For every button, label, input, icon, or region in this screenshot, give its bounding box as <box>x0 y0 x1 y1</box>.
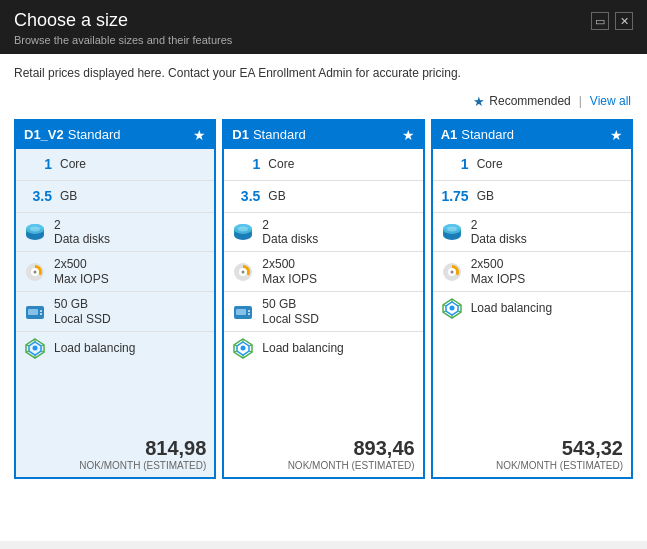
spec-row-gb: 1.75 GB <box>433 181 631 213</box>
svg-rect-30 <box>236 309 246 315</box>
view-all-link[interactable]: View all <box>590 94 631 108</box>
lb-label: Load balancing <box>262 341 343 355</box>
spec-row-core: 1 Core <box>16 149 214 181</box>
lb-icon <box>232 337 254 359</box>
svg-rect-32 <box>248 313 250 315</box>
card-name-prefix: A1 <box>441 127 458 142</box>
card-title: D1 Standard <box>232 127 305 142</box>
cards-container: D1_V2 Standard ★ 1 Core 3.5 GB 2 Data di… <box>14 119 633 479</box>
card-header: D1 Standard ★ <box>224 121 422 149</box>
gauge-icon <box>441 261 463 283</box>
svg-rect-10 <box>40 310 42 312</box>
card-header: A1 Standard ★ <box>433 121 631 149</box>
iops-count: 2x500 <box>471 257 526 271</box>
recommended-label: ★ Recommended <box>473 94 570 109</box>
price-unit: NOK/MONTH (ESTIMATED) <box>24 460 206 471</box>
iops-count: 2x500 <box>54 257 109 271</box>
svg-rect-9 <box>28 309 38 315</box>
iops-label: Max IOPS <box>54 272 109 286</box>
title-bar: Choose a size Browse the available sizes… <box>0 0 647 54</box>
card-name-variant: Standard <box>461 127 514 142</box>
window-maximize-button[interactable]: ▭ <box>591 12 609 30</box>
svg-point-35 <box>241 345 246 350</box>
card-specs: 1 Core 1.75 GB 2 Data disks 2x500 Max IO… <box>433 149 631 429</box>
disk-icon <box>232 221 254 243</box>
spec-row-ssd: 50 GB Local SSD <box>16 292 214 332</box>
spec-row-disks: 2 Data disks <box>224 213 422 253</box>
separator: | <box>579 94 582 108</box>
card-a1[interactable]: A1 Standard ★ 1 Core 1.75 GB 2 Data disk… <box>431 119 633 479</box>
ssd-icon <box>24 301 46 323</box>
spec-row-disks: 2 Data disks <box>16 213 214 253</box>
retail-notice: Retail prices displayed here. Contact yo… <box>14 66 633 80</box>
card-specs: 1 Core 3.5 GB 2 Data disks 2x500 Max IOP… <box>224 149 422 429</box>
card-d1[interactable]: D1 Standard ★ 1 Core 3.5 GB 2 Data disks… <box>222 119 424 479</box>
recommended-row: ★ Recommended | View all <box>14 94 633 109</box>
spec-row-lb: Load balancing <box>433 292 631 324</box>
price-unit: NOK/MONTH (ESTIMATED) <box>441 460 623 471</box>
gauge-icon <box>232 261 254 283</box>
card-price: 893,46 NOK/MONTH (ESTIMATED) <box>224 429 422 477</box>
price-amount: 543,32 <box>441 437 623 460</box>
gauge-icon <box>24 261 46 283</box>
spec-row-gb: 3.5 GB <box>16 181 214 213</box>
card-star-icon: ★ <box>402 127 415 143</box>
gb-count: 1.75 <box>441 188 469 204</box>
svg-point-25 <box>238 226 248 231</box>
core-label: Core <box>268 157 294 171</box>
ssd-label: Local SSD <box>262 312 319 326</box>
spec-row-core: 1 Core <box>433 149 631 181</box>
spec-row-lb: Load balancing <box>224 332 422 364</box>
card-d1v2[interactable]: D1_V2 Standard ★ 1 Core 3.5 GB 2 Data di… <box>14 119 216 479</box>
disk-label: Data disks <box>262 232 318 246</box>
svg-rect-31 <box>248 310 250 312</box>
card-header: D1_V2 Standard ★ <box>16 121 214 149</box>
window-close-button[interactable]: ✕ <box>615 12 633 30</box>
dialog-title: Choose a size <box>14 10 232 32</box>
svg-point-49 <box>450 270 453 273</box>
dialog-subtitle: Browse the available sizes and their fea… <box>14 34 232 46</box>
card-star-icon: ★ <box>193 127 206 143</box>
recommended-star-icon: ★ <box>473 94 485 109</box>
iops-label: Max IOPS <box>471 272 526 286</box>
card-price: 543,32 NOK/MONTH (ESTIMATED) <box>433 429 631 477</box>
disk-label: Data disks <box>54 232 110 246</box>
disk-count: 2 <box>262 218 318 232</box>
disk-icon <box>441 221 463 243</box>
recommended-text: Recommended <box>489 94 570 108</box>
svg-point-4 <box>30 226 40 231</box>
main-content: Retail prices displayed here. Contact yo… <box>0 54 647 541</box>
card-name-variant: Standard <box>253 127 306 142</box>
disk-count: 2 <box>471 218 527 232</box>
ssd-size: 50 GB <box>54 297 111 311</box>
svg-point-52 <box>449 306 454 311</box>
core-count: 1 <box>232 156 260 172</box>
lb-label: Load balancing <box>54 341 135 355</box>
ssd-size: 50 GB <box>262 297 319 311</box>
card-specs: 1 Core 3.5 GB 2 Data disks 2x500 Max IOP… <box>16 149 214 429</box>
card-title: A1 Standard <box>441 127 514 142</box>
core-count: 1 <box>441 156 469 172</box>
svg-point-14 <box>33 345 38 350</box>
price-unit: NOK/MONTH (ESTIMATED) <box>232 460 414 471</box>
svg-point-7 <box>34 270 37 273</box>
gb-count: 3.5 <box>24 188 52 204</box>
core-label: Core <box>60 157 86 171</box>
lb-label: Load balancing <box>471 301 552 315</box>
spec-row-iops: 2x500 Max IOPS <box>224 252 422 292</box>
iops-count: 2x500 <box>262 257 317 271</box>
spec-row-core: 1 Core <box>224 149 422 181</box>
gb-label: GB <box>477 189 494 203</box>
spec-row-gb: 3.5 GB <box>224 181 422 213</box>
iops-label: Max IOPS <box>262 272 317 286</box>
title-bar-text: Choose a size Browse the available sizes… <box>14 10 232 46</box>
card-star-icon: ★ <box>610 127 623 143</box>
spec-row-ssd: 50 GB Local SSD <box>224 292 422 332</box>
disk-count: 2 <box>54 218 110 232</box>
core-label: Core <box>477 157 503 171</box>
card-name-variant: Standard <box>68 127 121 142</box>
price-amount: 893,46 <box>232 437 414 460</box>
ssd-label: Local SSD <box>54 312 111 326</box>
title-bar-controls: ▭ ✕ <box>591 12 633 30</box>
lb-icon <box>441 297 463 319</box>
